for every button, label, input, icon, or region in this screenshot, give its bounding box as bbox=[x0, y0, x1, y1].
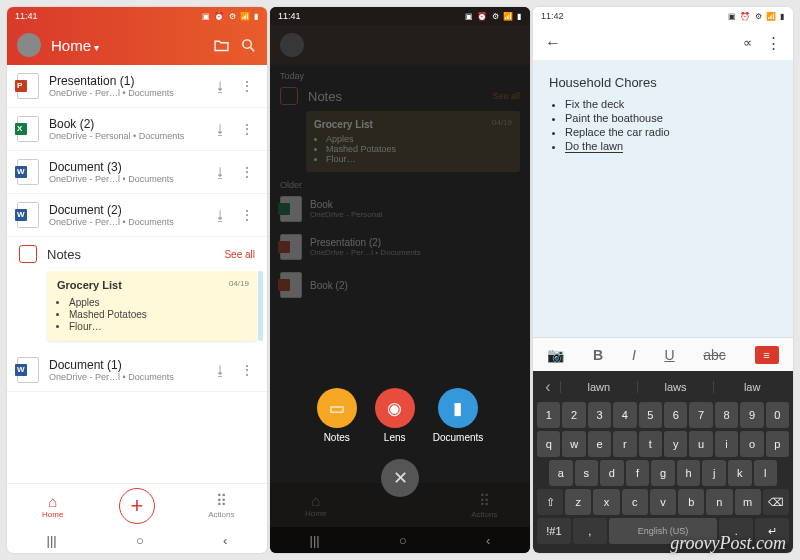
suggestion[interactable]: lawn bbox=[560, 381, 637, 393]
tab-actions[interactable]: ⠿Actions bbox=[196, 492, 246, 519]
fab-lens[interactable]: ◉Lens bbox=[375, 388, 415, 443]
key[interactable]: 0 bbox=[766, 402, 789, 428]
cloud-download-icon[interactable]: ⭳ bbox=[214, 208, 227, 223]
editor-header: ← ∝ ⋮ bbox=[533, 25, 793, 61]
fab-notes[interactable]: ▭Notes bbox=[317, 388, 357, 443]
recents-button[interactable]: ||| bbox=[310, 533, 320, 548]
key[interactable]: z bbox=[565, 489, 591, 515]
key[interactable]: 1 bbox=[537, 402, 560, 428]
key[interactable]: c bbox=[622, 489, 648, 515]
tab-home[interactable]: ⌂Home bbox=[28, 493, 78, 519]
bullet-list-button[interactable]: ≡ bbox=[755, 346, 779, 364]
cloud-download-icon[interactable]: ⭳ bbox=[214, 79, 227, 94]
fab-close[interactable]: ✕ bbox=[381, 459, 419, 497]
key[interactable]: ⌫ bbox=[763, 489, 789, 515]
strike-button[interactable]: abc bbox=[703, 347, 726, 363]
key[interactable]: e bbox=[588, 431, 611, 457]
key[interactable]: 4 bbox=[613, 402, 636, 428]
more-icon[interactable]: ⋮ bbox=[237, 207, 257, 223]
key[interactable]: i bbox=[715, 431, 738, 457]
key[interactable]: u bbox=[689, 431, 712, 457]
more-icon[interactable]: ⋮ bbox=[237, 164, 257, 180]
key[interactable]: 6 bbox=[664, 402, 687, 428]
more-icon[interactable]: ⋮ bbox=[237, 121, 257, 137]
cloud-download-icon[interactable]: ⭳ bbox=[214, 165, 227, 180]
suggestion[interactable]: laws bbox=[637, 381, 714, 393]
key[interactable]: n bbox=[706, 489, 732, 515]
cloud-download-icon[interactable]: ⭳ bbox=[214, 122, 227, 137]
expand-icon[interactable]: ‹ bbox=[536, 378, 560, 396]
key[interactable]: y bbox=[664, 431, 687, 457]
file-name: Document (2) bbox=[49, 203, 204, 217]
key[interactable]: k bbox=[728, 460, 752, 486]
back-button[interactable]: ‹ bbox=[223, 533, 227, 548]
fab-new[interactable]: + bbox=[119, 488, 155, 524]
note-title[interactable]: Household Chores bbox=[549, 75, 777, 90]
file-row[interactable]: P Presentation (1)OneDrive - Per…l • Doc… bbox=[7, 65, 267, 108]
key[interactable]: d bbox=[600, 460, 624, 486]
more-icon[interactable]: ⋮ bbox=[766, 34, 781, 52]
back-icon[interactable]: ← bbox=[545, 34, 561, 52]
key[interactable]: g bbox=[651, 460, 675, 486]
key[interactable]: h bbox=[677, 460, 701, 486]
cloud-download-icon[interactable]: ⭳ bbox=[214, 363, 227, 378]
key[interactable]: t bbox=[639, 431, 662, 457]
back-button[interactable]: ‹ bbox=[486, 533, 490, 548]
bold-button[interactable]: B bbox=[593, 347, 603, 363]
note-editor[interactable]: Household Chores Fix the deckPaint the b… bbox=[533, 61, 793, 337]
see-all-link[interactable]: See all bbox=[224, 249, 255, 260]
note-body[interactable]: Fix the deckPaint the boathouseReplace t… bbox=[565, 98, 777, 152]
key[interactable]: r bbox=[613, 431, 636, 457]
search-icon[interactable] bbox=[240, 37, 257, 54]
key[interactable]: 2 bbox=[562, 402, 585, 428]
key[interactable]: p bbox=[766, 431, 789, 457]
status-icons: ▣ ⏰ ⚙ 📶 ▮ bbox=[202, 12, 259, 21]
camera-icon: ◉ bbox=[375, 388, 415, 428]
underline-button[interactable]: U bbox=[664, 347, 674, 363]
format-toolbar: 📷 B I U abc ≡ bbox=[533, 337, 793, 371]
key[interactable]: English (US) bbox=[609, 518, 717, 544]
file-row[interactable]: W Document (2)OneDrive - Per…l • Documen… bbox=[7, 194, 267, 237]
key[interactable]: 7 bbox=[689, 402, 712, 428]
key[interactable]: 5 bbox=[639, 402, 662, 428]
file-row[interactable]: X Book (2)OneDrive - Personal • Document… bbox=[7, 108, 267, 151]
recents-button[interactable]: ||| bbox=[47, 533, 57, 548]
note-card[interactable]: Grocery List 04/19 ApplesMashed Potatoes… bbox=[47, 271, 257, 341]
folder-icon[interactable] bbox=[213, 37, 230, 54]
italic-button[interactable]: I bbox=[632, 347, 636, 363]
share-icon[interactable]: ∝ bbox=[743, 35, 752, 50]
avatar[interactable] bbox=[17, 33, 41, 57]
key[interactable]: b bbox=[678, 489, 704, 515]
key[interactable]: s bbox=[575, 460, 599, 486]
file-row[interactable]: W Document (3)OneDrive - Per…l • Documen… bbox=[7, 151, 267, 194]
file-row[interactable]: W Document (1)OneDrive - Per…l • Documen… bbox=[7, 349, 267, 392]
more-icon[interactable]: ⋮ bbox=[237, 362, 257, 378]
home-button[interactable]: ○ bbox=[136, 533, 144, 548]
more-icon[interactable]: ⋮ bbox=[237, 78, 257, 94]
key[interactable]: !#1 bbox=[537, 518, 571, 544]
fab-documents[interactable]: ▮Documents bbox=[433, 388, 484, 443]
key[interactable]: l bbox=[754, 460, 778, 486]
key[interactable]: w bbox=[562, 431, 585, 457]
key[interactable]: ↵ bbox=[755, 518, 789, 544]
key[interactable]: . bbox=[719, 518, 753, 544]
key[interactable]: 3 bbox=[588, 402, 611, 428]
camera-icon[interactable]: 📷 bbox=[547, 347, 564, 363]
key[interactable]: x bbox=[593, 489, 619, 515]
key[interactable]: a bbox=[549, 460, 573, 486]
key[interactable]: q bbox=[537, 431, 560, 457]
header-title[interactable]: Home bbox=[51, 37, 203, 54]
key[interactable]: j bbox=[702, 460, 726, 486]
bottom-tabs: ⌂Home + ⠿Actions bbox=[7, 483, 267, 527]
key[interactable]: 8 bbox=[715, 402, 738, 428]
key[interactable]: 9 bbox=[740, 402, 763, 428]
word-icon: W bbox=[17, 357, 39, 383]
key[interactable]: o bbox=[740, 431, 763, 457]
key[interactable]: , bbox=[573, 518, 607, 544]
home-button[interactable]: ○ bbox=[399, 533, 407, 548]
suggestion[interactable]: law bbox=[713, 381, 790, 393]
key[interactable]: v bbox=[650, 489, 676, 515]
key[interactable]: m bbox=[735, 489, 761, 515]
key[interactable]: f bbox=[626, 460, 650, 486]
key[interactable]: ⇧ bbox=[537, 489, 563, 515]
